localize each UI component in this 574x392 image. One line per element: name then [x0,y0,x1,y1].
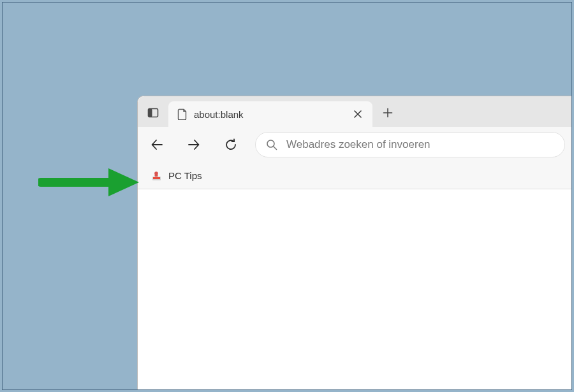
close-icon [353,110,362,119]
arrow-left-icon [149,137,165,152]
svg-line-11 [274,147,277,150]
new-tab-button[interactable] [376,101,399,124]
refresh-button[interactable] [218,132,244,157]
refresh-icon [224,138,238,152]
browser-tab[interactable]: about:blank [168,101,372,127]
browser-window: about:blank [137,96,571,389]
tab-title: about:blank [194,109,244,120]
navigation-toolbar: Webadres zoeken of invoeren [138,127,571,163]
tab-actions-button[interactable] [142,101,165,124]
bookmark-label: PC Tips [168,170,202,181]
tab-strip: about:blank [138,96,571,127]
page-icon [177,108,188,120]
forward-button[interactable] [181,132,207,157]
address-bar-placeholder: Webadres zoeken of invoeren [286,138,430,151]
tab-actions-icon [147,107,159,119]
svg-point-10 [267,140,274,147]
plus-icon [383,108,393,118]
svg-marker-1 [108,168,139,196]
annotation-arrow [38,167,140,198]
arrow-right-icon [186,137,202,152]
svg-rect-13 [153,177,160,179]
bookmarks-bar: PC Tips [138,163,571,189]
svg-rect-3 [149,109,152,117]
address-bar[interactable]: Webadres zoeken of invoeren [255,132,565,157]
bookmark-favicon-icon [152,170,163,182]
bookmark-item[interactable]: PC Tips [147,167,207,185]
page-content [138,189,571,389]
svg-rect-15 [155,174,158,177]
search-icon [266,139,277,150]
tab-close-button[interactable] [350,106,366,122]
back-button[interactable] [144,132,170,157]
